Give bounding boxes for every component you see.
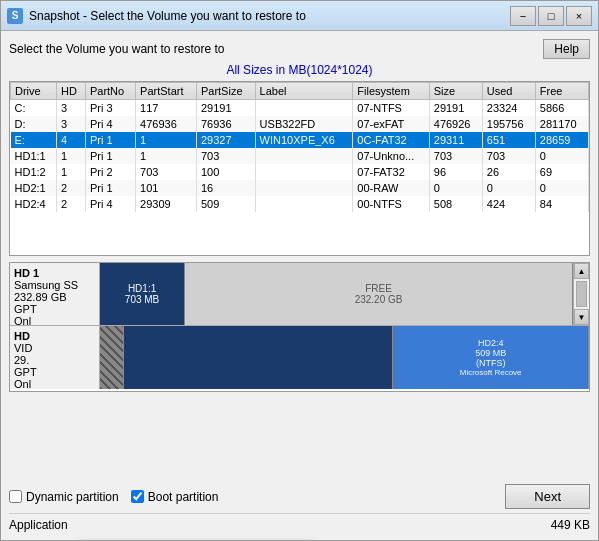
- scroll-down-arrow[interactable]: ▼: [574, 309, 589, 325]
- disk2-size: 29.: [14, 354, 95, 366]
- top-bar: Select the Volume you want to restore to…: [9, 39, 590, 59]
- disk2-name: HD: [14, 330, 95, 342]
- sizes-label: All Sizes in MB(1024*1024): [9, 63, 590, 77]
- disk2-part2[interactable]: [124, 326, 393, 389]
- bottom-section: Dynamic partition Boot partition Next Ap…: [9, 484, 590, 532]
- boot-partition-checkbox[interactable]: [131, 490, 144, 503]
- col-filesystem: Filesystem: [353, 83, 429, 100]
- boot-partition-text: Boot partition: [148, 490, 219, 504]
- col-partstart: PartStart: [136, 83, 197, 100]
- col-used: Used: [482, 83, 535, 100]
- col-label: Label: [255, 83, 353, 100]
- disk2-part3[interactable]: HD2:4 509 MB (NTFS) Microsoft Recove: [393, 326, 589, 389]
- maximize-button[interactable]: □: [538, 6, 564, 26]
- volume-table-container: Drive HD PartNo PartStart PartSize Label…: [9, 81, 590, 256]
- disk1-part1[interactable]: HD1:1 703 MB: [100, 263, 185, 325]
- title-bar: S Snapshot - Select the Volume you want …: [1, 1, 598, 31]
- status-type: Application: [9, 518, 68, 532]
- next-button[interactable]: Next: [505, 484, 590, 509]
- checkbox-group: Dynamic partition Boot partition: [9, 490, 218, 504]
- disk2-status: Onl: [14, 378, 95, 390]
- help-button[interactable]: Help: [543, 39, 590, 59]
- col-size: Size: [429, 83, 482, 100]
- col-drive: Drive: [11, 83, 57, 100]
- table-row[interactable]: D:3Pri 447693676936USB322FD07-exFAT47692…: [11, 116, 589, 132]
- disk1-label: HD 1 Samsung SS 232.89 GB GPT Onl: [10, 263, 100, 325]
- dynamic-partition-label: Dynamic partition: [9, 490, 119, 504]
- status-size: 449 KB: [551, 518, 590, 532]
- disk1-partitions: HD1:1 703 MB FREE 232.20 GB: [100, 263, 573, 325]
- col-partsize: PartSize: [196, 83, 255, 100]
- disk-scrollbar[interactable]: ▲ ▼: [573, 263, 589, 325]
- main-window: S Snapshot - Select the Volume you want …: [0, 0, 599, 541]
- disk1-row: HD 1 Samsung SS 232.89 GB GPT Onl HD1:1 …: [10, 263, 589, 326]
- table-row[interactable]: E:4Pri 1129327WIN10XPE_X60C-FAT322931165…: [11, 132, 589, 148]
- table-row[interactable]: HD2:42Pri 42930950900-NTFS50842484: [11, 196, 589, 212]
- disk1-brand: Samsung SS: [14, 279, 95, 291]
- disk1-size: 232.89 GB: [14, 291, 95, 303]
- window-controls: − □ ×: [510, 6, 592, 26]
- boot-partition-label: Boot partition: [131, 490, 219, 504]
- status-bar: Application 449 KB: [9, 513, 590, 532]
- disk2-partitions: HD2:4 509 MB (NTFS) Microsoft Recove: [100, 326, 589, 389]
- window-title: Snapshot - Select the Volume you want to…: [29, 9, 510, 23]
- dynamic-partition-checkbox[interactable]: [9, 490, 22, 503]
- table-header-row: Drive HD PartNo PartStart PartSize Label…: [11, 83, 589, 100]
- disk1-name: HD 1: [14, 267, 95, 279]
- disk2-row: HD VID 29. GPT Onl HD2:4 509 MB (NTFS): [10, 326, 589, 389]
- disk1-type: GPT: [14, 303, 95, 315]
- table-row[interactable]: HD1:11Pri 1170307-Unkno...7037030: [11, 148, 589, 164]
- col-free: Free: [535, 83, 588, 100]
- minimize-button[interactable]: −: [510, 6, 536, 26]
- table-row[interactable]: C:3Pri 31172919107-NTFS29191233245866: [11, 100, 589, 117]
- disk2-label: HD VID 29. GPT Onl: [10, 326, 100, 389]
- disk2-part1[interactable]: [100, 326, 124, 389]
- app-icon: S: [7, 8, 23, 24]
- disk1-free[interactable]: FREE 232.20 GB: [185, 263, 573, 325]
- disk2-brand: VID: [14, 342, 95, 354]
- dynamic-partition-text: Dynamic partition: [26, 490, 119, 504]
- col-hd: HD: [57, 83, 86, 100]
- table-row[interactable]: HD2:12Pri 11011600-RAW000: [11, 180, 589, 196]
- scroll-thumb[interactable]: [576, 281, 587, 307]
- instruction-label: Select the Volume you want to restore to: [9, 42, 224, 56]
- disk-visual-area: HD 1 Samsung SS 232.89 GB GPT Onl HD1:1 …: [9, 262, 590, 392]
- close-button[interactable]: ×: [566, 6, 592, 26]
- scroll-up-arrow[interactable]: ▲: [574, 263, 589, 279]
- col-partno: PartNo: [85, 83, 135, 100]
- disk2-type: GPT: [14, 366, 95, 378]
- content-area: Select the Volume you want to restore to…: [1, 31, 598, 540]
- table-row[interactable]: HD1:21Pri 270310007-FAT32962669: [11, 164, 589, 180]
- volume-table: Drive HD PartNo PartStart PartSize Label…: [10, 82, 589, 212]
